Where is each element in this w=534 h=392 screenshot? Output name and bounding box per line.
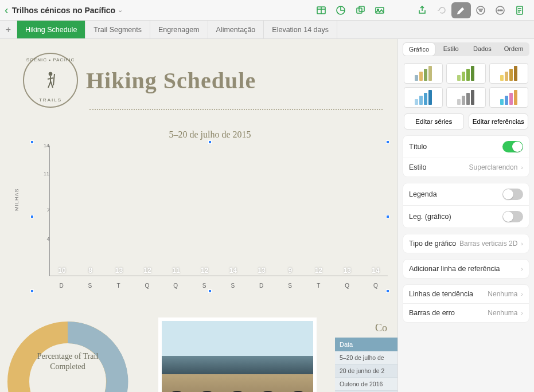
x-label: D [253, 283, 270, 289]
donut-label: Percentage of Trail Completed [33, 351, 102, 371]
document-panel-icon[interactable] [510, 2, 529, 18]
back-button[interactable]: ‹ [5, 3, 9, 17]
tab-elevation[interactable]: Elevation 14 days [264, 21, 337, 38]
canvas[interactable]: SCENIC • PACIFIC TRAILS Hiking Schedule … [0, 39, 397, 392]
chart-style-thumb[interactable] [489, 63, 528, 84]
chart-title: 5–20 de julho de 2015 [32, 130, 388, 140]
seg-grafico[interactable]: Gráfico [403, 43, 435, 56]
title-dropdown-icon[interactable]: ⌄ [118, 6, 123, 14]
row-leg-grafico[interactable]: Leg. (gráfico) [403, 206, 529, 228]
table-header: Data [335, 338, 397, 351]
inspector-segments: Gráfico Estilo Dados Ordem [403, 42, 529, 56]
x-label: S [196, 283, 213, 289]
page-title: Hiking Schedule [86, 67, 256, 94]
x-label: S [282, 283, 299, 289]
row-estilo[interactable]: EstiloSuperclarendon› [403, 158, 529, 177]
row-add-ref[interactable]: Adicionar linha de referência› [403, 260, 529, 278]
svg-point-14 [500, 10, 501, 11]
row-tendencia[interactable]: Linhas de tendênciaNenhuma› [403, 285, 529, 304]
x-labels: DSTQQSSDSTQQ [49, 283, 388, 289]
format-brush-icon[interactable] [451, 2, 471, 18]
add-sheet-button[interactable]: + [0, 21, 17, 38]
share-icon[interactable] [412, 2, 432, 18]
chevron-right-icon: › [521, 240, 523, 247]
selection-handle[interactable] [30, 140, 34, 144]
logo-badge: SCENIC • PACIFIC TRAILS [23, 53, 78, 108]
chart-style-thumb[interactable] [404, 63, 443, 84]
media-icon[interactable] [370, 2, 389, 18]
chart-style-thumb[interactable] [446, 63, 485, 84]
x-label: T [110, 283, 127, 289]
svg-point-15 [501, 10, 502, 11]
row-legenda[interactable]: Legenda [403, 183, 529, 206]
bar-chart[interactable]: 14 11 7 4 1081312111214139121314 DSTQQSS… [32, 142, 388, 291]
tab-hiking-schedule[interactable]: Hiking Schedule [17, 21, 85, 38]
title-bar: ‹ Trilhos cénicos no Pacífico ⌄ [0, 0, 534, 21]
x-label: T [310, 283, 328, 289]
divider [89, 109, 383, 110]
svg-point-13 [498, 10, 499, 11]
y-axis-label: MILHAS [14, 188, 20, 211]
x-label: S [224, 283, 241, 289]
x-label: Q [167, 283, 184, 289]
shape-icon[interactable] [350, 2, 370, 18]
chevron-right-icon: › [521, 309, 523, 316]
edit-series-button[interactable]: Editar séries [404, 113, 464, 130]
bars-area: 14 11 7 4 1081312111214139121314 [49, 146, 388, 276]
svg-point-20 [49, 72, 52, 76]
y-tick: 11 [44, 171, 49, 177]
row-erro[interactable]: Barras de erroNenhuma› [403, 304, 529, 322]
table-title: Co [335, 322, 397, 334]
x-label: Q [367, 283, 384, 289]
schedule-table[interactable]: Co Data 5–20 de julho de 20 de junho de … [335, 322, 397, 392]
chevron-right-icon: › [521, 164, 523, 171]
filter-icon[interactable] [471, 2, 490, 18]
selection-handle[interactable] [30, 289, 34, 293]
selection-handle[interactable] [30, 215, 34, 218]
more-icon[interactable] [490, 2, 510, 18]
format-sidebar: Gráfico Estilo Dados Ordem Editar séries… [397, 39, 534, 392]
tab-engrenagem[interactable]: Engrenagem [150, 21, 208, 38]
selection-handle[interactable] [386, 289, 389, 293]
undo-icon[interactable] [432, 2, 451, 18]
x-label: D [53, 283, 70, 289]
x-label: Q [139, 283, 156, 289]
leg-grafico-toggle[interactable] [502, 211, 523, 222]
chart-style-thumb[interactable] [446, 87, 485, 108]
y-tick: 7 [46, 207, 49, 213]
selection-handle[interactable] [208, 289, 212, 293]
chart-style-thumb[interactable] [489, 87, 528, 108]
x-label: Q [338, 283, 356, 289]
tab-alimentacao[interactable]: Alimentação [208, 21, 264, 38]
table-icon[interactable] [311, 2, 331, 18]
row-tipo[interactable]: Tipo de gráficoBarras verticais 2D› [403, 234, 529, 253]
document-title[interactable]: Trilhos cénicos no Pacífico [12, 6, 116, 15]
chart-icon[interactable] [331, 2, 350, 18]
photo[interactable] [158, 317, 317, 392]
table-row[interactable]: Outono de 2016 [335, 378, 397, 391]
y-tick: 14 [44, 143, 49, 148]
chart-style-thumbnails [398, 61, 534, 113]
donut-chart[interactable]: Percentage of Trail Completed [0, 314, 138, 392]
table-row[interactable]: 5–20 de julho de [335, 351, 397, 364]
seg-estilo[interactable]: Estilo [435, 42, 467, 56]
selection-handle[interactable] [208, 140, 212, 144]
x-label: S [81, 283, 99, 289]
chevron-right-icon: › [521, 291, 523, 297]
chart-style-thumb[interactable] [404, 87, 443, 108]
titulo-toggle[interactable] [502, 141, 523, 152]
chevron-right-icon: › [521, 265, 523, 272]
edit-refs-button[interactable]: Editar referências [469, 113, 529, 130]
selection-handle[interactable] [386, 140, 389, 144]
legenda-toggle[interactable] [502, 189, 523, 200]
row-titulo[interactable]: Título [403, 136, 529, 158]
tab-trail-segments[interactable]: Trail Segments [85, 21, 150, 38]
sheet-tabs: + Hiking Schedule Trail Segments Engrena… [0, 21, 534, 39]
seg-dados[interactable]: Dados [467, 42, 498, 56]
table-row[interactable]: 20 de junho de 2 [335, 364, 397, 378]
y-tick: 4 [46, 236, 49, 242]
seg-ordem[interactable]: Ordem [498, 42, 529, 56]
